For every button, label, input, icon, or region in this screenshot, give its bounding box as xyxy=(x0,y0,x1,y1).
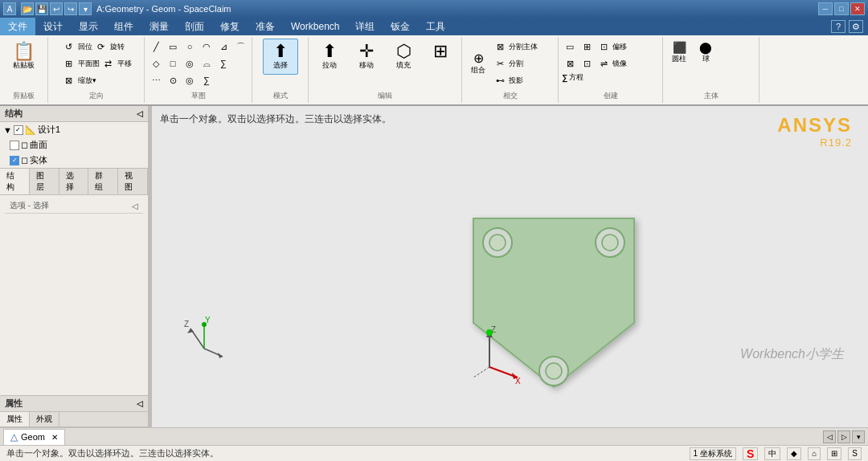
svg-line-22 xyxy=(473,367,489,377)
split-main-btn[interactable]: ⊠ xyxy=(492,39,508,55)
expand-icon: ▼ xyxy=(3,125,12,135)
tree-item-surface[interactable]: ◻ 曲面 xyxy=(0,137,148,153)
parallel-btn[interactable]: ⇄ xyxy=(100,55,117,71)
nav-next-btn[interactable]: ▷ xyxy=(837,430,850,443)
sketch-btn12[interactable]: ⋯ xyxy=(148,72,164,88)
rotate-btn[interactable]: ↺ xyxy=(61,39,77,55)
menu-design[interactable]: 设计 xyxy=(35,18,71,35)
cylinder-button[interactable]: ⬛ 圆柱 xyxy=(666,39,692,67)
menu-display[interactable]: 显示 xyxy=(71,18,106,35)
viewport-hint: 单击一个对象。双击以选择环边。三连击以选择实体。 xyxy=(160,112,391,126)
sketch-btn8[interactable]: □ xyxy=(165,55,181,71)
tab-select[interactable]: 选择 xyxy=(59,169,89,194)
tree-item-design1[interactable]: ▼ ✓ 📐 设计1 xyxy=(0,122,148,137)
prop-tab-attributes[interactable]: 属性 xyxy=(0,412,30,426)
project-btn[interactable]: ⊷ xyxy=(492,72,508,88)
options-collapse[interactable]: ◁ xyxy=(132,202,138,210)
maximize-button[interactable]: □ xyxy=(834,2,849,15)
pull-button[interactable]: ⬆ 拉动 xyxy=(312,39,347,75)
move-label: 移动 xyxy=(359,60,374,71)
properties-collapse[interactable]: ◁ xyxy=(137,399,143,408)
sketch-btn9[interactable]: ◎ xyxy=(182,55,198,71)
rect-btn[interactable]: ▭ xyxy=(165,39,181,55)
status-icon3[interactable]: ⊞ xyxy=(827,447,841,460)
status-icon4[interactable]: S xyxy=(848,447,862,460)
menu-measure[interactable]: 测量 xyxy=(141,18,177,35)
line-btn[interactable]: ╱ xyxy=(148,39,164,55)
menu-file[interactable]: 文件 xyxy=(0,18,35,35)
offset-btn[interactable]: ⊡ xyxy=(596,39,612,55)
sketch-btn10[interactable]: ⌓ xyxy=(199,55,215,71)
plan-btn[interactable]: ⊞ xyxy=(61,55,77,71)
create-btn3[interactable]: ⊠ xyxy=(562,55,578,71)
tab-structure[interactable]: 结构 xyxy=(0,169,30,194)
rotate-angle-label: 旋转 xyxy=(110,42,125,52)
save-icon[interactable]: 💾 xyxy=(35,2,48,15)
rotate-angle-btn[interactable]: ⟳ xyxy=(93,39,109,55)
move-button[interactable]: ✛ 移动 xyxy=(349,39,384,75)
menu-detail[interactable]: 详组 xyxy=(347,18,383,35)
arc-btn[interactable]: ◠ xyxy=(199,39,215,55)
equation-text: 方程 xyxy=(569,72,583,83)
split-btn[interactable]: ✂ xyxy=(492,55,508,71)
select-mode-button[interactable]: ⬆ 选择 xyxy=(263,39,298,75)
create-btn4[interactable]: ⊡ xyxy=(579,55,595,71)
structure-collapse-icon[interactable]: ◁ xyxy=(137,109,143,118)
close-button[interactable]: ✕ xyxy=(850,2,865,15)
menu-repair[interactable]: 修复 xyxy=(212,18,248,35)
tree-checkbox-solid[interactable]: ✓ xyxy=(10,156,19,165)
bottom-tabs-bar: △ Geom ✕ ◁ ▷ ▾ xyxy=(0,427,868,445)
help-icon[interactable]: ? xyxy=(831,20,845,33)
create-btn1[interactable]: ▭ xyxy=(562,39,578,55)
sphere-button[interactable]: ⬤ 球 xyxy=(693,39,719,67)
nav-prev-btn[interactable]: ◁ xyxy=(823,430,836,443)
sketch-btn15[interactable]: ∑ xyxy=(199,72,215,88)
sketch-more-btn[interactable]: ⊿ xyxy=(215,39,231,55)
tree-item-solid[interactable]: ✓ ◻ 实体 xyxy=(0,153,148,168)
tab-group[interactable]: 群组 xyxy=(88,169,118,194)
viewport[interactable]: 单击一个对象。双击以选择环边。三连击以选择实体。 ANSYS R19.2 xyxy=(152,106,868,427)
sketch-btn6[interactable]: ⌒ xyxy=(232,39,248,55)
sketch-btn14[interactable]: ◎ xyxy=(182,72,198,88)
fill-icon: ⬡ xyxy=(396,43,411,60)
mirror-btn[interactable]: ⇌ xyxy=(596,55,612,71)
open-icon[interactable]: 📂 xyxy=(21,2,34,15)
undo-icon[interactable]: ↩ xyxy=(50,2,63,15)
settings-icon[interactable]: ⚙ xyxy=(849,20,863,33)
zoom-btn[interactable]: ⊠ xyxy=(61,72,77,88)
tree-checkbox-design[interactable]: ✓ xyxy=(14,125,23,135)
geom-tab-close[interactable]: ✕ xyxy=(51,433,58,442)
bottom-tab-geom[interactable]: △ Geom ✕ xyxy=(3,429,65,445)
prop-tab-appearance[interactable]: 外观 xyxy=(30,412,59,426)
circle-btn[interactable]: ○ xyxy=(182,39,198,55)
menu-prepare[interactable]: 准备 xyxy=(248,18,283,35)
status-icon1[interactable]: ◆ xyxy=(787,447,801,460)
orient-row3: ⊠ 缩放▾ xyxy=(61,72,132,88)
menu-component[interactable]: 组件 xyxy=(106,18,141,35)
status-s[interactable]: S xyxy=(743,447,758,460)
status-lang[interactable]: 中 xyxy=(764,447,780,460)
paste-button[interactable]: 📋 粘贴板 xyxy=(6,39,42,75)
status-icon2[interactable]: ⌂ xyxy=(808,447,821,460)
create-btn2[interactable]: ⊞ xyxy=(579,39,595,55)
menu-sheetmetal[interactable]: 钣金 xyxy=(383,18,418,35)
fill-button[interactable]: ⬡ 填充 xyxy=(386,39,421,75)
menu-section[interactable]: 剖面 xyxy=(177,18,212,35)
edit-more-button[interactable]: ⊞ xyxy=(423,39,458,64)
sketch-btn13[interactable]: ⊙ xyxy=(165,72,181,88)
menu-workbench[interactable]: Workbench xyxy=(283,18,347,35)
sketch-btn7[interactable]: ◇ xyxy=(148,55,164,71)
tree-checkbox-surface[interactable] xyxy=(10,141,19,150)
minimize-button[interactable]: ─ xyxy=(818,2,833,15)
combine-button[interactable]: ⊕ 组合 xyxy=(465,50,491,78)
status-right: 1 坐标系统 S 中 ◆ ⌂ ⊞ S xyxy=(690,447,862,460)
sketch-btn11[interactable]: ∑ xyxy=(215,55,231,71)
tab-layer[interactable]: 图层 xyxy=(30,169,59,194)
more-icon[interactable]: ▾ xyxy=(79,2,92,15)
redo-icon[interactable]: ↪ xyxy=(64,2,77,15)
tab-view[interactable]: 视图 xyxy=(118,169,148,194)
nav-menu-btn[interactable]: ▾ xyxy=(852,430,865,443)
menu-tools[interactable]: 工具 xyxy=(418,18,453,35)
create-row2: ⊠ ⊡ ⇌ 镜像 xyxy=(562,55,659,71)
coord-label: 1 坐标系统 xyxy=(694,448,732,459)
